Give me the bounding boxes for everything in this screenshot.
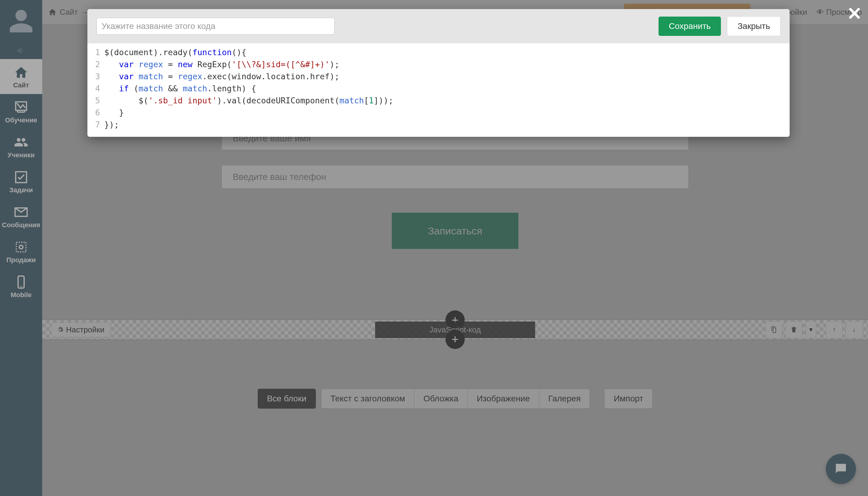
code-content[interactable]: $(document).ready(function(){ var regex …	[104, 46, 790, 131]
close-icon[interactable]: ✕	[847, 3, 862, 24]
code-modal: Сохранить Закрыть 1 2 3 4 5 6 7 $(docume…	[88, 9, 790, 137]
line-gutter: 1 2 3 4 5 6 7	[88, 46, 104, 131]
save-button[interactable]: Сохранить	[658, 17, 721, 36]
close-button[interactable]: Закрыть	[727, 16, 780, 36]
code-name-input[interactable]	[96, 18, 335, 35]
code-editor[interactable]: 1 2 3 4 5 6 7 $(document).ready(function…	[88, 43, 790, 137]
modal-header: Сохранить Закрыть	[88, 9, 790, 43]
